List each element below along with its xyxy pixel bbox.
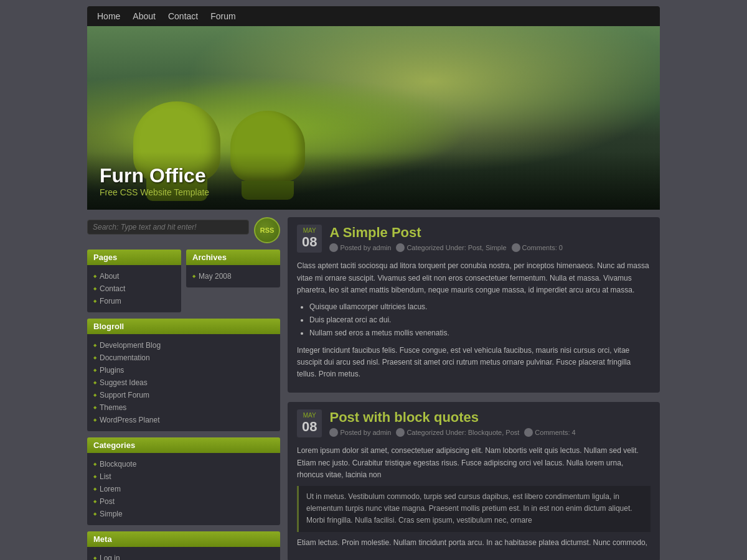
meta-section: Meta Log in Entries RSS Comments RSS Wor…: [87, 531, 280, 560]
page-forum[interactable]: Forum: [93, 295, 175, 307]
archive-may2008[interactable]: May 2008: [192, 270, 274, 282]
post-1-day: 08: [302, 234, 317, 250]
page-about[interactable]: About: [93, 270, 175, 282]
comment-icon: [512, 243, 520, 252]
post-2-categories: Blockquote, Post: [468, 429, 520, 436]
post-2-author: admin: [372, 429, 391, 436]
post-1-body: Class aptent taciti sociosqu ad litora t…: [288, 260, 660, 393]
meta-header: Meta: [87, 531, 280, 547]
post-2-outro: Etiam lectus. Proin molestie. Nullam tin…: [297, 537, 651, 549]
blogroll-docs[interactable]: Documentation: [93, 352, 274, 364]
post-2-comment-meta: Comments: 4: [524, 428, 575, 437]
author-icon-2: [329, 428, 338, 437]
blogroll-plugins[interactable]: Plugins: [93, 364, 274, 376]
post-1-list-item-3: Nullam sed eros a metus mollis venenatis…: [309, 327, 651, 339]
pages-section: Pages About Contact Forum: [87, 250, 181, 312]
post-2-month: MAY: [302, 412, 317, 419]
blogroll-section: Blogroll Development Blog Documentation …: [87, 319, 280, 431]
post-1-cat-meta: Categorized Under: Post, Simple: [396, 243, 506, 252]
author-icon: [329, 243, 338, 252]
post-1-author: admin: [372, 244, 391, 251]
cat-lorem[interactable]: Lorem: [93, 483, 274, 495]
post-1-categories: Post, Simple: [468, 244, 507, 251]
meta-login[interactable]: Log in: [93, 552, 274, 560]
post-1-header: MAY 08 A Simple Post Posted by admin: [288, 217, 660, 260]
hero-text-overlay: Furn Office Free CSS Website Template: [87, 152, 660, 210]
post-2-author-meta: Posted by admin: [329, 428, 391, 437]
blogroll-support[interactable]: Support Forum: [93, 389, 274, 401]
post-2-cat-meta: Categorized Under: Blockquote, Post: [396, 428, 519, 437]
hero-banner: Furn Office Free CSS Website Template: [87, 26, 660, 210]
post-1: MAY 08 A Simple Post Posted by admin: [288, 217, 660, 393]
main-nav: Home About Contact Forum: [87, 6, 660, 26]
archives-list: May 2008: [186, 265, 280, 287]
post-1-meta: Posted by admin Categorized Under: Post,…: [329, 243, 651, 252]
sidebar: RSS Pages About Contact: [87, 217, 280, 560]
post-1-list-item-2: Duis placerat orci ac dui.: [309, 314, 651, 326]
site-subtitle: Free CSS Website Template: [100, 187, 647, 197]
post-2-date: MAY 08: [297, 409, 322, 437]
blogroll-wp[interactable]: WordPress Planet: [93, 414, 274, 426]
post-1-month: MAY: [302, 227, 317, 234]
post-2-intro: Lorem ipsum dolor sit amet, consectetuer…: [297, 445, 651, 481]
post-1-outro: Integer tincidunt faucibus felis. Fusce …: [297, 345, 651, 381]
blogroll-themes[interactable]: Themes: [93, 401, 274, 414]
blogroll-header: Blogroll: [87, 319, 280, 334]
category-icon-2: [396, 428, 405, 437]
nav-home[interactable]: Home: [97, 11, 120, 21]
post-2-blockquote: Ut in metus. Vestibulum commodo, turpis …: [297, 486, 651, 532]
archives-header: Archives: [186, 250, 280, 265]
post-2: MAY 08 Post with block quotes Posted by …: [288, 402, 660, 560]
post-1-date: MAY 08: [297, 225, 322, 253]
content-area: MAY 08 A Simple Post Posted by admin: [288, 217, 660, 560]
page-wrapper: Home About Contact Forum Furn Office Fre…: [87, 0, 660, 560]
post-1-title-block: A Simple Post Posted by admin Categorize…: [329, 225, 651, 252]
post-1-title[interactable]: A Simple Post: [329, 225, 421, 240]
meta-list: Log in Entries RSS Comments RSS WordPres…: [87, 547, 280, 560]
cat-simple[interactable]: Simple: [93, 508, 274, 520]
blogroll-list: Development Blog Documentation Plugins S…: [87, 334, 280, 431]
cat-post[interactable]: Post: [93, 495, 274, 508]
post-2-day: 08: [302, 419, 317, 435]
cat-blockquote[interactable]: Blockquote: [93, 458, 274, 470]
post-2-title[interactable]: Post with block quotes: [329, 409, 479, 425]
comment-icon-2: [524, 428, 533, 437]
post-1-comment-meta: Comments: 0: [512, 243, 563, 252]
post-2-body: Lorem ipsum dolor sit amet, consectetuer…: [288, 445, 660, 560]
categories-list: Blockquote List Lorem Post Simple: [87, 453, 280, 525]
rss-badge[interactable]: RSS: [254, 217, 280, 243]
search-box: [87, 220, 249, 235]
post-1-intro: Class aptent taciti sociosqu ad litora t…: [297, 260, 651, 296]
post-1-comments: Comments: 0: [522, 244, 563, 251]
pages-list: About Contact Forum: [87, 265, 181, 312]
post-1-list: Quisque ullamcorper ultricies lacus. Dui…: [309, 301, 651, 340]
post-1-list-item-1: Quisque ullamcorper ultricies lacus.: [309, 301, 651, 313]
cat-list[interactable]: List: [93, 470, 274, 483]
search-input[interactable]: [93, 223, 217, 231]
nav-about[interactable]: About: [133, 11, 156, 21]
nav-contact[interactable]: Contact: [168, 11, 198, 21]
pages-header: Pages: [87, 250, 181, 265]
post-1-author-meta: Posted by admin: [329, 243, 391, 252]
categories-header: Categories: [87, 437, 280, 453]
categories-section: Categories Blockquote List Lorem Post Si…: [87, 437, 280, 525]
post-2-comments: Comments: 4: [535, 429, 575, 436]
nav-forum[interactable]: Forum: [210, 11, 235, 21]
rss-label: RSS: [260, 226, 275, 234]
main-layout: RSS Pages About Contact: [87, 217, 660, 560]
post-2-meta: Posted by admin Categorized Under: Block…: [329, 428, 651, 437]
page-contact[interactable]: Contact: [93, 282, 175, 295]
site-title: Furn Office: [100, 164, 647, 187]
category-icon: [396, 243, 405, 252]
post-2-header: MAY 08 Post with block quotes Posted by …: [288, 402, 660, 445]
blogroll-dev[interactable]: Development Blog: [93, 339, 274, 352]
post-2-title-block: Post with block quotes Posted by admin C…: [329, 409, 651, 437]
archives-section: Archives May 2008: [186, 250, 280, 312]
blogroll-suggest[interactable]: Suggest Ideas: [93, 376, 274, 389]
pages-archives-row: Pages About Contact Forum: [87, 250, 280, 319]
